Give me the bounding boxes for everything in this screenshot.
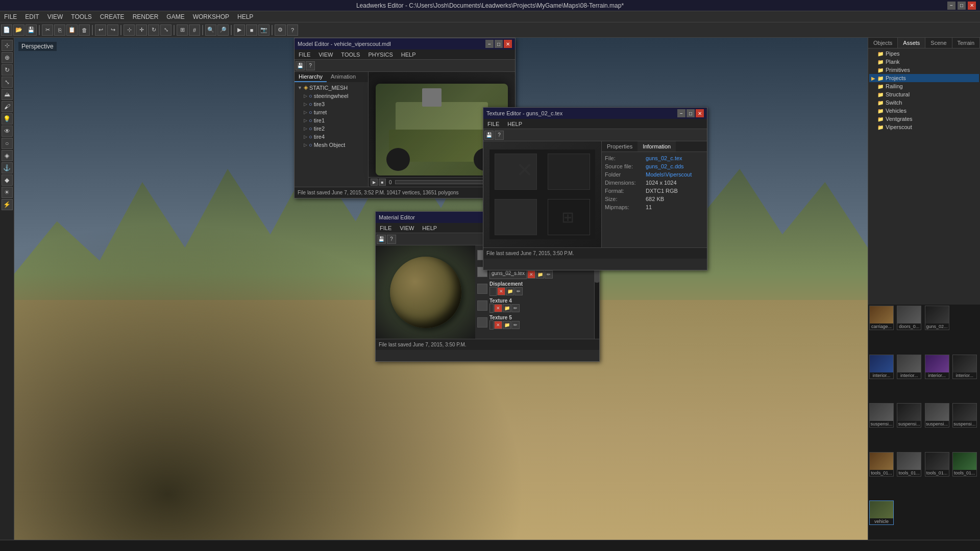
lt-terrain[interactable]: ⛰ <box>2 89 13 100</box>
texture-editor-titlebar[interactable]: Texture Editor - guns_02_c.tex − □ ✕ <box>483 108 707 119</box>
thumb-susp3[interactable]: suspensi... <box>925 403 949 428</box>
tb-stop[interactable]: ■ <box>246 24 257 36</box>
thumb-susp1[interactable]: suspensi... <box>869 403 894 428</box>
mat-tex5-edit[interactable]: ✏ <box>511 321 520 329</box>
me-menu-tools[interactable]: TOOLS <box>337 51 364 59</box>
mat-disp-edit[interactable]: ✏ <box>514 287 523 295</box>
mat-disp-browse[interactable]: 📁 <box>506 287 514 295</box>
thumb-interior1[interactable]: interior... <box>869 355 894 379</box>
tab-scene[interactable]: Scene <box>925 38 952 48</box>
me-menu-file[interactable]: FILE <box>295 51 314 59</box>
thumb-susp2[interactable]: suspensi... <box>897 403 921 428</box>
lt-paint[interactable]: 🖌 <box>2 101 13 112</box>
mat-menu-view[interactable]: VIEW <box>396 224 418 232</box>
model-editor-minimize[interactable]: − <box>485 40 494 48</box>
thumb-susp4[interactable]: suspensi... <box>952 403 977 428</box>
tree-tire3[interactable]: ▷ ○ tire3 <box>302 100 367 108</box>
menu-create[interactable]: CREATE <box>96 12 129 21</box>
play-button[interactable]: ▶ <box>371 179 378 186</box>
tree-ventgrates[interactable]: 📁 Ventgrates <box>869 115 979 123</box>
mat-menu-file[interactable]: FILE <box>376 224 396 232</box>
mat-specular-edit[interactable]: ✏ <box>545 270 553 279</box>
tab-assets[interactable]: Assets <box>898 38 925 48</box>
mat-tex5-clear[interactable]: ✕ <box>494 321 502 329</box>
tb-rotate[interactable]: ↻ <box>148 24 159 36</box>
tree-structural[interactable]: 📁 Structural <box>869 90 979 98</box>
lt-anchor[interactable]: ⚓ <box>2 162 13 173</box>
tab-terrain[interactable]: Terrain <box>952 38 980 48</box>
tree-turret[interactable]: ▷ ○ turret <box>302 108 367 116</box>
lt-bolt[interactable]: ⚡ <box>2 199 13 210</box>
menu-help[interactable]: HELP <box>233 12 257 21</box>
mat-tex5-browse[interactable]: 📁 <box>503 321 511 329</box>
tex-menu-file[interactable]: FILE <box>483 120 503 128</box>
mat-specular-clear[interactable]: ✕ <box>527 270 535 279</box>
thumb-interior3[interactable]: interior... <box>925 355 949 379</box>
me-menu-view[interactable]: VIEW <box>314 51 337 59</box>
tb-help[interactable]: ? <box>287 24 298 36</box>
tb-copy[interactable]: ⎘ <box>54 24 65 36</box>
tree-railing[interactable]: 📁 Railing <box>869 82 979 90</box>
tb-cut[interactable]: ✂ <box>42 24 53 36</box>
thumb-carriage[interactable]: carriage... <box>869 306 894 330</box>
tb-save[interactable]: 💾 <box>26 24 37 36</box>
tb-move[interactable]: ✛ <box>136 24 147 36</box>
tb-undo[interactable]: ↩ <box>95 24 106 36</box>
tb-paste[interactable]: 📋 <box>66 24 78 36</box>
tb-snap[interactable]: ⊞ <box>177 24 188 36</box>
me-help-btn[interactable]: ? <box>306 61 315 70</box>
thumb-guns02[interactable]: guns_02... <box>925 306 949 330</box>
mat-help-btn[interactable]: ? <box>387 235 396 244</box>
menu-view[interactable]: VIEW <box>43 12 67 21</box>
mat-save-btn[interactable]: 💾 <box>377 235 386 244</box>
tab-animation[interactable]: Animation <box>327 72 360 82</box>
tb-scale[interactable]: ⤡ <box>160 24 172 36</box>
thumb-tools4[interactable]: tools_01... <box>952 452 977 477</box>
tree-vehicles[interactable]: 📁 Vehicles <box>869 107 979 115</box>
mat-menu-help[interactable]: HELP <box>418 224 441 232</box>
lt-scale[interactable]: ⤡ <box>2 77 13 88</box>
lt-select[interactable]: ⊹ <box>2 40 13 51</box>
lt-light[interactable]: 💡 <box>2 113 13 124</box>
lt-camera[interactable]: 👁 <box>2 126 13 137</box>
tb-camera[interactable]: 📷 <box>258 24 270 36</box>
me-menu-physics[interactable]: PHYSICS <box>364 51 397 59</box>
tb-zoom-out[interactable]: 🔍 <box>205 24 216 36</box>
app-maximize[interactable]: □ <box>958 2 966 10</box>
tree-primitives[interactable]: 📁 Primitives <box>869 66 979 74</box>
mat-disp-clear[interactable]: ✕ <box>497 287 505 295</box>
menu-game[interactable]: GAME <box>162 12 188 21</box>
tb-grid[interactable]: # <box>189 24 200 36</box>
mat-specular-browse[interactable]: 📁 <box>536 270 544 279</box>
thumb-tools2[interactable]: tools_01... <box>897 452 921 477</box>
tb-redo[interactable]: ↪ <box>107 24 118 36</box>
menu-file[interactable]: FILE <box>0 12 21 21</box>
menu-render[interactable]: RENDER <box>129 12 163 21</box>
thumb-vehicle-selected[interactable]: vehicle <box>869 500 894 525</box>
lt-mesh[interactable]: ◈ <box>2 150 13 161</box>
tab-properties[interactable]: Properties <box>602 141 638 152</box>
stop-button[interactable]: ■ <box>379 179 386 186</box>
thumb-interior4[interactable]: interior... <box>952 355 977 379</box>
tex-menu-help[interactable]: HELP <box>503 120 526 128</box>
mat-tex4-browse[interactable]: 📁 <box>503 304 511 312</box>
thumb-interior2[interactable]: interior... <box>897 355 921 379</box>
me-save-btn[interactable]: 💾 <box>296 61 305 70</box>
tab-hierarchy[interactable]: Hierarchy <box>295 72 327 82</box>
menu-tools[interactable]: TOOLS <box>67 12 95 21</box>
lt-move[interactable]: ⊕ <box>2 52 13 63</box>
tree-plank[interactable]: 📁 Plank <box>869 58 979 66</box>
mat-tex4-edit[interactable]: ✏ <box>511 304 520 312</box>
model-editor-close[interactable]: ✕ <box>504 40 512 48</box>
me-menu-help[interactable]: HELP <box>397 51 420 59</box>
lt-misc1[interactable]: ◆ <box>2 174 13 186</box>
tb-delete[interactable]: 🗑 <box>79 24 90 36</box>
tab-information[interactable]: Information <box>638 141 676 152</box>
tree-tire1[interactable]: ▷ ○ tire1 <box>302 116 367 124</box>
thumb-tools3[interactable]: tools_01... <box>925 452 949 477</box>
tex-help-btn[interactable]: ? <box>495 131 504 140</box>
tree-tire4[interactable]: ▷ ○ tire4 <box>302 133 367 141</box>
tex-minimize[interactable]: − <box>677 109 685 117</box>
tree-projects[interactable]: ▶ 📁 Projects <box>869 74 979 82</box>
tb-play[interactable]: ▶ <box>234 24 245 36</box>
